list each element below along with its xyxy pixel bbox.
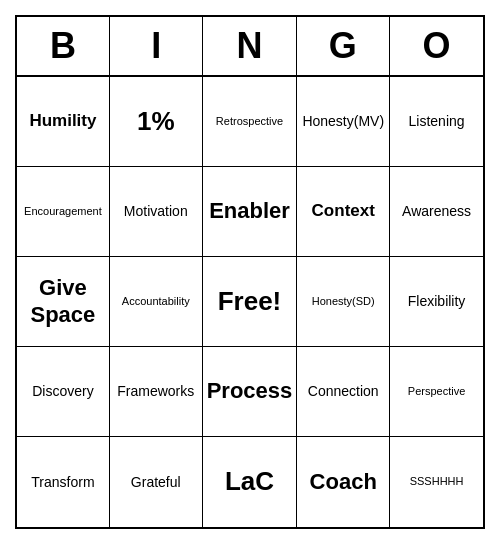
bingo-cell: Listening	[390, 77, 483, 167]
bingo-cell: Perspective	[390, 347, 483, 437]
header-letter: I	[110, 17, 203, 75]
bingo-grid: Humility1%RetrospectiveHonesty(MV)Listen…	[17, 77, 483, 527]
bingo-cell: Context	[297, 167, 390, 257]
bingo-cell: Encouragement	[17, 167, 110, 257]
bingo-header: BINGO	[17, 17, 483, 77]
bingo-cell: Awareness	[390, 167, 483, 257]
bingo-cell: Humility	[17, 77, 110, 167]
bingo-cell: Honesty(MV)	[297, 77, 390, 167]
bingo-cell: Coach	[297, 437, 390, 527]
bingo-cell: SSSHHHH	[390, 437, 483, 527]
header-letter: N	[203, 17, 296, 75]
bingo-cell: LaC	[203, 437, 298, 527]
bingo-cell: Free!	[203, 257, 298, 347]
bingo-cell: Accountability	[110, 257, 203, 347]
bingo-cell: Motivation	[110, 167, 203, 257]
bingo-card: BINGO Humility1%RetrospectiveHonesty(MV)…	[15, 15, 485, 529]
bingo-cell: Give Space	[17, 257, 110, 347]
bingo-cell: Grateful	[110, 437, 203, 527]
header-letter: B	[17, 17, 110, 75]
header-letter: O	[390, 17, 483, 75]
bingo-cell: Frameworks	[110, 347, 203, 437]
bingo-cell: Flexibility	[390, 257, 483, 347]
bingo-cell: Process	[203, 347, 298, 437]
bingo-cell: Connection	[297, 347, 390, 437]
bingo-cell: 1%	[110, 77, 203, 167]
bingo-cell: Enabler	[203, 167, 298, 257]
bingo-cell: Retrospective	[203, 77, 298, 167]
header-letter: G	[297, 17, 390, 75]
bingo-cell: Transform	[17, 437, 110, 527]
bingo-cell: Honesty(SD)	[297, 257, 390, 347]
bingo-cell: Discovery	[17, 347, 110, 437]
